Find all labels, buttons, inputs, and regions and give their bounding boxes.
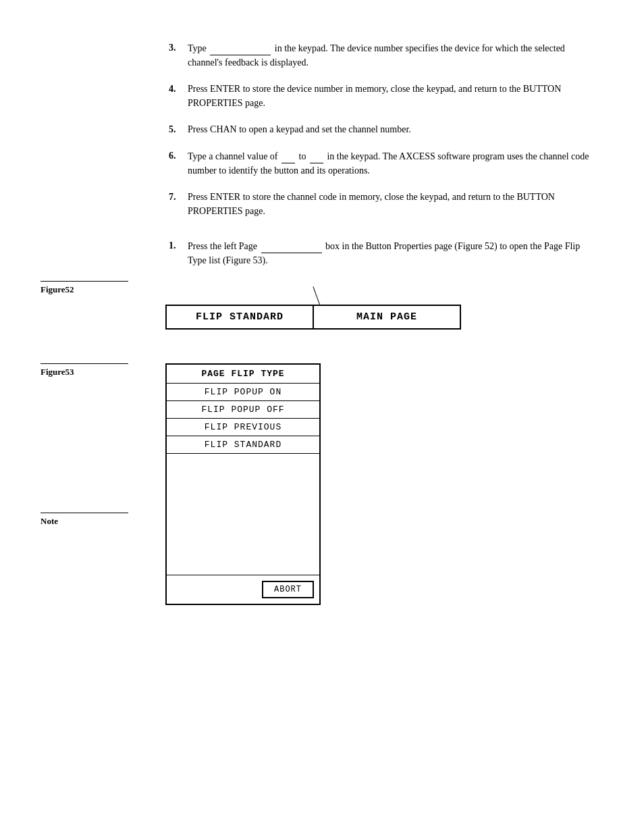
figure53-section: Figure53 Note PAGE FLIP TYPE FLIP POPUP … xyxy=(41,363,644,605)
dialog-header: PAGE FLIP TYPE xyxy=(167,365,319,384)
step-4-content: Press ENTER to store the device number i… xyxy=(188,82,590,110)
dialog-abort-row: ABORT xyxy=(167,575,319,604)
note-area: Note xyxy=(41,513,165,527)
step-7: 7. Press ENTER to store the channel code… xyxy=(169,190,590,218)
steps-list: 3. Type in the keypad. The device number… xyxy=(169,41,590,218)
dialog-item-flip-popup-on[interactable]: FLIP POPUP ON xyxy=(167,384,319,401)
step-3-content: Type in the keypad. The device number sp… xyxy=(188,41,590,70)
step-5: 5. Press CHAN to open a keypad and set t… xyxy=(169,122,590,136)
step-6-blank2 xyxy=(310,149,323,163)
figure53-label-area: Figure53 Note xyxy=(41,363,165,527)
figure52-boxes: FLIP STANDARD MAIN PAGE xyxy=(165,305,644,330)
step-5-num: 5. xyxy=(169,122,188,136)
abort-button[interactable]: ABORT xyxy=(262,581,314,598)
press-step-content: Press the left Page box in the Button Pr… xyxy=(188,238,590,267)
press-step-blank xyxy=(261,238,322,253)
press-step-section: 1. Press the left Page box in the Button… xyxy=(169,238,590,267)
dialog-empty-area xyxy=(167,454,319,575)
step-4-num: 4. xyxy=(169,82,188,110)
step-6-blank1 xyxy=(281,149,295,163)
figure53-label: Figure53 xyxy=(41,367,165,377)
figure53-line xyxy=(41,363,128,364)
main-page-text: MAIN PAGE xyxy=(356,311,417,323)
figure52-content: FLIP STANDARD MAIN PAGE xyxy=(165,305,644,330)
flip-standard-box[interactable]: FLIP STANDARD xyxy=(165,305,314,330)
page-flip-dialog: PAGE FLIP TYPE FLIP POPUP ON FLIP POPUP … xyxy=(165,363,321,605)
press-step-1: 1. Press the left Page box in the Button… xyxy=(169,238,590,267)
note-label: Note xyxy=(41,516,165,527)
dialog-item-flip-popup-off[interactable]: FLIP POPUP OFF xyxy=(167,401,319,419)
dialog-item-flip-previous[interactable]: FLIP PREVIOUS xyxy=(167,419,319,436)
figure52-label: Figure52 xyxy=(41,284,644,295)
press-step-text: Press the left Page xyxy=(188,241,257,251)
press-step-num: 1. xyxy=(169,238,188,267)
step-6: 6. Type a channel value of to in the key… xyxy=(169,149,590,178)
note-line xyxy=(41,513,128,513)
step-5-content: Press CHAN to open a keypad and set the … xyxy=(188,122,590,136)
step-6-to: to xyxy=(299,151,308,161)
step-6-content: Type a channel value of to in the keypad… xyxy=(188,149,590,178)
step-3-text-before: Type xyxy=(188,43,207,53)
flip-standard-text: FLIP STANDARD xyxy=(196,311,284,323)
step-3-num: 3. xyxy=(169,41,188,70)
figure52-line xyxy=(41,281,128,282)
step-7-num: 7. xyxy=(169,190,188,218)
step-3-blank xyxy=(210,41,271,55)
figure52-section: Figure52 FLIP STANDARD MAIN PAGE xyxy=(41,281,644,330)
step-7-content: Press ENTER to store the channel code in… xyxy=(188,190,590,218)
step-4: 4. Press ENTER to store the device numbe… xyxy=(169,82,590,110)
step-3: 3. Type in the keypad. The device number… xyxy=(169,41,590,70)
main-page-box[interactable]: MAIN PAGE xyxy=(313,305,461,330)
step-6-num: 6. xyxy=(169,149,188,178)
step-6-text-before: Type a channel value of xyxy=(188,151,278,161)
page-container: 3. Type in the keypad. The device number… xyxy=(0,0,644,834)
dialog-item-flip-standard[interactable]: FLIP STANDARD xyxy=(167,436,319,454)
